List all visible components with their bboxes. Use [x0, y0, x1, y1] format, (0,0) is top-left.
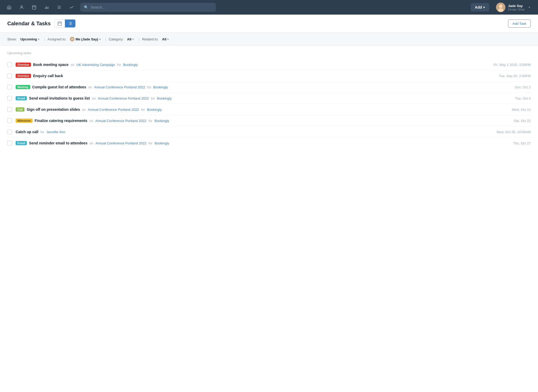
trend-icon[interactable] [68, 3, 76, 11]
menu-icon[interactable] [55, 3, 63, 11]
task-row: MeetingCompile guest list of attendees o… [7, 82, 531, 93]
category-label: Category: [109, 37, 123, 41]
calendar-view-button[interactable] [54, 20, 65, 27]
task-project-link[interactable]: Annual Conference Portland 2022 [98, 96, 149, 100]
assigned-label: Assigned to: [47, 37, 66, 41]
task-row: EmailSend reminder email to attendees on… [7, 138, 531, 149]
task-row: Catch up call for Jennifer KimWed, Oct 2… [7, 126, 531, 138]
task-row: MilestoneFinalize catering requirements … [7, 115, 531, 126]
task-name: Send email invitations to guess list [29, 96, 90, 100]
task-content: EmailSend email invitations to guess lis… [16, 96, 480, 100]
task-date: Tue, Sep 20, 2:00PM [484, 74, 531, 78]
task-row: OverdueEnquiry call backTue, Sep 20, 2:0… [7, 70, 531, 82]
assigned-avatar: JS [70, 37, 75, 41]
task-date: Thu, Oct 27 [484, 141, 531, 145]
task-on-text: on [82, 108, 86, 112]
task-client-link[interactable]: Bookingly [157, 96, 172, 100]
show-label: Show: [7, 37, 17, 41]
task-checkbox[interactable] [7, 74, 12, 78]
category-chevron-icon: ▾ [132, 38, 134, 41]
task-for-text: for [148, 119, 152, 123]
filter-bar: Show: Upcoming ▾ | Assigned to: JS Me (J… [0, 33, 538, 46]
task-list-section: Upcoming tasks OverdueBook meeting space… [0, 46, 538, 154]
task-project-link[interactable]: Annual Conference Portland 2022 [94, 85, 145, 89]
task-content: EmailSend reminder email to attendees on… [16, 141, 480, 145]
task-client-link[interactable]: Bookingly [155, 119, 169, 123]
task-project-link[interactable]: Annual Conference Portland 2022 [88, 108, 139, 112]
task-content: MeetingCompile guest list of attendees o… [16, 85, 480, 89]
home-icon[interactable] [5, 3, 13, 11]
task-checkbox[interactable] [7, 85, 12, 89]
task-name: Compile guest list of attendees [32, 85, 86, 89]
task-row: EmailSend email invitations to guess lis… [7, 93, 531, 104]
task-client-link[interactable]: Bookingly [123, 63, 138, 67]
task-tag: Call [16, 107, 25, 112]
list-view-button[interactable] [65, 20, 75, 27]
add-button[interactable]: Add + [471, 3, 489, 11]
task-checkbox[interactable] [7, 62, 12, 67]
task-on-text: on [92, 96, 96, 100]
section-label: Upcoming tasks [7, 51, 531, 55]
calendar-icon[interactable] [30, 3, 38, 11]
task-tag: Meeting [16, 85, 30, 89]
view-toggle [54, 19, 76, 28]
task-name: Sign off on presentation slides [27, 107, 80, 112]
search-input[interactable] [90, 3, 212, 12]
task-name: Enquiry call back [33, 74, 63, 78]
task-tag: Milestone [16, 119, 33, 123]
task-on-text: on [71, 63, 74, 67]
task-on-text: on [89, 119, 93, 123]
svg-point-0 [21, 6, 22, 7]
task-tag: Email [16, 96, 27, 100]
task-row: CallSign off on presentation slides on A… [7, 104, 531, 115]
task-client-link[interactable]: Jennifer Kim [46, 130, 65, 134]
assigned-filter[interactable]: JS Me (Jade Say) ▾ [68, 36, 103, 42]
task-checkbox[interactable] [7, 107, 12, 112]
task-on-text: on [89, 141, 93, 145]
sep2: | [105, 37, 106, 41]
avatar [496, 3, 505, 12]
task-client-link[interactable]: Bookingly [147, 108, 162, 112]
task-content: OverdueBook meeting space on UK Advertis… [16, 63, 480, 67]
user-company: Design Shop [508, 8, 524, 11]
task-for-text: for [141, 108, 145, 112]
related-value: All [162, 37, 167, 41]
task-on-text: on [88, 85, 92, 89]
person-icon[interactable] [18, 3, 26, 11]
related-label: Related to: [142, 37, 158, 41]
task-checkbox[interactable] [7, 96, 12, 101]
svg-rect-5 [58, 22, 62, 26]
task-date: Tue, Oct 4 [484, 96, 531, 100]
task-for-text: for [147, 85, 151, 89]
user-area[interactable]: Jade Say Design Shop ▼ [494, 2, 533, 13]
task-client-link[interactable]: Bookingly [153, 85, 168, 89]
sep1: | [44, 37, 45, 41]
task-project-link[interactable]: Annual Conference Portland 2022 [95, 141, 146, 145]
task-checkbox[interactable] [7, 118, 12, 123]
user-info: Jade Say Design Shop [508, 4, 524, 11]
task-name: Send reminder email to attendees [29, 141, 87, 145]
svg-point-3 [499, 4, 503, 8]
task-tag: Overdue [16, 74, 31, 78]
task-name: Catch up call [16, 130, 38, 134]
task-tag: Overdue [16, 63, 31, 67]
task-client-link[interactable]: Bookingly [155, 141, 169, 145]
task-content: OverdueEnquiry call back [16, 74, 480, 78]
task-content: CallSign off on presentation slides on A… [16, 107, 480, 112]
search-icon: 🔍 [84, 5, 88, 9]
show-value: Upcoming [20, 37, 37, 41]
chart-icon[interactable] [43, 3, 51, 11]
related-filter[interactable]: All ▾ [160, 36, 171, 42]
task-list: OverdueBook meeting space on UK Advertis… [7, 59, 531, 149]
task-content: Catch up call for Jennifer Kim [16, 130, 480, 134]
category-filter[interactable]: All ▾ [125, 36, 136, 42]
task-project-link[interactable]: UK Advertising Campaign [76, 63, 115, 67]
assigned-value: Me (Jade Say) [76, 37, 98, 41]
task-date: Fri, May 1 2020, 3:00PM [484, 63, 531, 67]
show-filter[interactable]: Upcoming ▾ [18, 36, 41, 42]
task-checkbox[interactable] [7, 130, 12, 134]
add-task-button[interactable]: Add Task [508, 20, 531, 28]
category-value: All [127, 37, 132, 41]
task-project-link[interactable]: Annual Conference Portland 2022 [95, 119, 146, 123]
task-checkbox[interactable] [7, 141, 12, 145]
